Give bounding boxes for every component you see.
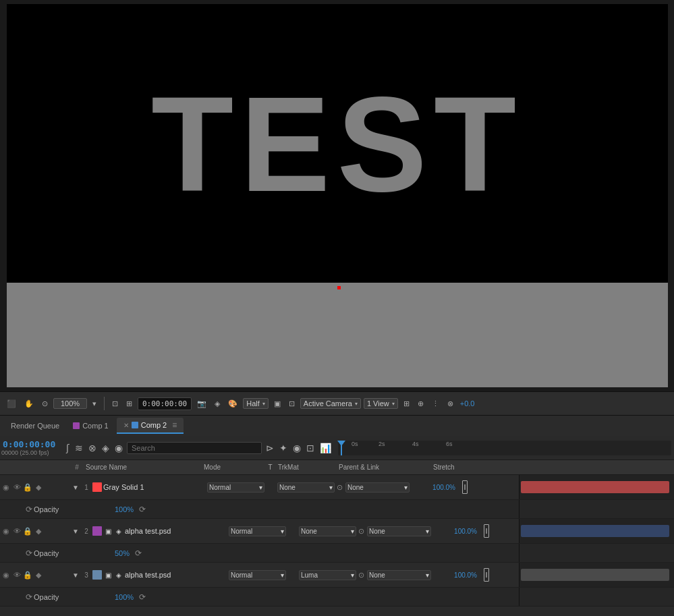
layer-3-lock[interactable]: 🔒	[23, 570, 32, 580]
motion-blur-btn[interactable]: ⊗	[445, 398, 456, 410]
tl-solo-btn[interactable]: ◉	[291, 441, 302, 455]
layer-3-opacity-link[interactable]: ⟳	[138, 592, 147, 602]
layer-3-track[interactable]	[521, 569, 669, 581]
quality-dropdown[interactable]: Half ▾	[243, 398, 269, 409]
layer-3-switches: ◉ 👁 🔒 ◆	[0, 570, 71, 580]
col-trkmat-header: TrkMat	[275, 464, 336, 471]
tl-graph-btn[interactable]: 📊	[318, 441, 333, 455]
timecode-display[interactable]: 0:00:00:00	[138, 397, 192, 410]
tl-motion-blur-btn[interactable]: ⊗	[87, 441, 98, 455]
layer-1-solo[interactable]: ◉	[1, 482, 11, 492]
layer-3-in-point[interactable]: I	[484, 568, 489, 582]
layer-2-expand[interactable]: ▼	[71, 526, 80, 536]
layer-1-opacity-link[interactable]: ⟳	[138, 505, 147, 514]
tl-color-correct-btn[interactable]: ◉	[113, 441, 124, 455]
tl-hide-shy-btn[interactable]: ʃ	[65, 441, 71, 455]
layer-1-trkmat[interactable]: None ▾	[277, 482, 335, 493]
layer-1-parent[interactable]: None ▾	[345, 482, 410, 493]
fit-btn[interactable]: ⊡	[109, 398, 121, 410]
color-btn[interactable]: 🎨	[225, 398, 240, 410]
comp1-tab[interactable]: Comp 1	[66, 419, 115, 432]
render-queue-tab[interactable]: Render Queue	[5, 419, 65, 432]
layer-2-lock[interactable]: 🔒	[23, 526, 32, 536]
layer-3-name[interactable]: alpha test.psd	[125, 571, 226, 579]
layer-2-mode[interactable]: Normal ▾	[229, 526, 286, 536]
layer-2-track[interactable]	[521, 525, 669, 537]
tl-render-btn[interactable]: ⊡	[305, 441, 316, 455]
tl-draft-btn[interactable]: ◈	[101, 441, 111, 455]
layer-1-eye[interactable]: 👁	[12, 482, 22, 492]
safe-zones-btn[interactable]: ⊞	[123, 398, 135, 410]
tl-frame-blending-btn[interactable]: ≋	[74, 441, 84, 455]
playhead[interactable]	[341, 441, 342, 455]
layer-2-eye[interactable]: 👁	[12, 526, 22, 536]
layer-2-trkmat-arrow: ▾	[351, 528, 354, 535]
layer-3-expand[interactable]: ▼	[71, 570, 80, 580]
layer-row-3: ◉ 👁 🔒 ◆ ▼ 3 ▣ ◈ alpha test.psd Normal ▾ …	[0, 563, 674, 588]
layer-1-name[interactable]: Gray Solid 1	[103, 483, 204, 491]
transparency-btn[interactable]: ▣	[271, 398, 283, 410]
layer-3-parent[interactable]: None ▾	[367, 570, 431, 580]
layer-2-name[interactable]: alpha test.psd	[125, 527, 226, 535]
layer-2-label[interactable]: ◆	[34, 526, 43, 536]
layer-row-1: ◉ 👁 🔒 ◆ ▼ 1 Gray Solid 1 Normal ▾ None ▾…	[0, 475, 674, 500]
layer-3-mode[interactable]: Normal ▾	[229, 570, 286, 580]
col-parent-header: Parent & Link	[336, 464, 430, 471]
comp2-tab[interactable]: ✕ Comp 2 ≡	[117, 418, 184, 434]
layer-2-opacity-value[interactable]: 50%	[115, 549, 130, 557]
layer-2-psd-icon: ▣	[103, 526, 113, 536]
layer-3-eye[interactable]: 👁	[12, 570, 22, 580]
layer-2-opacity-cycle[interactable]: ⟳	[24, 549, 34, 558]
tool-rotate-btn[interactable]: ⊙	[39, 398, 51, 410]
current-time-display[interactable]: 0:00:00:00	[3, 439, 57, 449]
layer-3-type-icon: ◈	[114, 570, 123, 580]
layer-1-switches: ◉ 👁 🔒 ◆	[0, 482, 71, 492]
graph-btn[interactable]: ⋮	[429, 398, 442, 410]
layer-1-label[interactable]: ◆	[34, 482, 43, 492]
tool-hand-btn[interactable]: ✋	[22, 398, 36, 410]
layer-3-opacity-value[interactable]: 100%	[115, 593, 134, 601]
zoom-in-btn[interactable]: ⊕	[415, 398, 426, 410]
toolbar: ⬛ ✋ ⊙ 100% ▾ ⊡ ⊞ 0:00:00:00 📷 ◈ 🎨 Half ▾…	[0, 391, 674, 416]
tool-select-btn[interactable]: ⬛	[4, 398, 19, 410]
layer-3-left: ◉ 👁 🔒 ◆ ▼ 3 ▣ ◈ alpha test.psd Normal ▾ …	[0, 563, 519, 587]
layer-2-opacity-link[interactable]: ⟳	[134, 549, 143, 558]
layer-3-solo[interactable]: ◉	[1, 570, 11, 580]
pixel-aspect-btn[interactable]: ⊡	[286, 398, 298, 410]
layer-2-left: ◉ 👁 🔒 ◆ ▼ 2 ▣ ◈ alpha test.psd Normal ▾ …	[0, 519, 519, 543]
snapshot-btn[interactable]: 📷	[194, 398, 209, 410]
quality-label: Half	[246, 399, 260, 408]
layer-1-lock[interactable]: 🔒	[23, 482, 32, 492]
layer-2-mode-arrow: ▾	[281, 528, 284, 535]
zoom-display[interactable]: 100%	[53, 398, 87, 409]
layer-3-trkmat[interactable]: Luma ▾	[299, 570, 356, 580]
preview-text-bg: TEST	[7, 4, 668, 284]
offset-display: +0.0	[460, 399, 475, 408]
zoom-arrow-btn[interactable]: ▾	[90, 398, 99, 410]
layer-1-mode[interactable]: Normal ▾	[207, 482, 264, 493]
layer-3-opacity-cycle[interactable]: ⟳	[24, 592, 34, 602]
reset-view-btn[interactable]: ⊞	[401, 398, 412, 410]
view-label: 1 View	[367, 399, 389, 408]
comp2-menu-icon[interactable]: ≡	[172, 420, 177, 430]
layer-2-solo[interactable]: ◉	[1, 526, 11, 536]
layer-2-in-point[interactable]: I	[484, 524, 489, 538]
layer-2-trkmat[interactable]: None ▾	[299, 526, 356, 536]
layer-1-opacity-cycle[interactable]: ⟳	[24, 505, 34, 514]
view-dropdown[interactable]: 1 View ▾	[364, 398, 398, 409]
layer-1-in-point[interactable]: I	[462, 480, 468, 494]
layer-1-track[interactable]	[521, 481, 669, 493]
timeline-search[interactable]	[127, 442, 262, 454]
layer-1-expand[interactable]: ▼	[71, 482, 80, 492]
show-snapshot-btn[interactable]: ◈	[212, 398, 223, 410]
layer-3-label[interactable]: ◆	[34, 570, 43, 580]
comp2-close[interactable]: ✕	[123, 422, 129, 429]
layer-2-switches: ◉ 👁 🔒 ◆	[0, 526, 71, 536]
layer-1-opacity-value[interactable]: 100%	[115, 505, 134, 513]
tl-add-marker-btn[interactable]: ⊳	[264, 441, 275, 455]
tl-composition-marker-btn[interactable]: ✦	[278, 441, 289, 455]
camera-dropdown[interactable]: Active Camera ▾	[300, 398, 361, 409]
layer-2-parent[interactable]: None ▾	[367, 526, 431, 536]
layer-3-trkmat-label: Luma	[301, 571, 318, 579]
layer-2-opacity-label: Opacity	[34, 549, 115, 557]
